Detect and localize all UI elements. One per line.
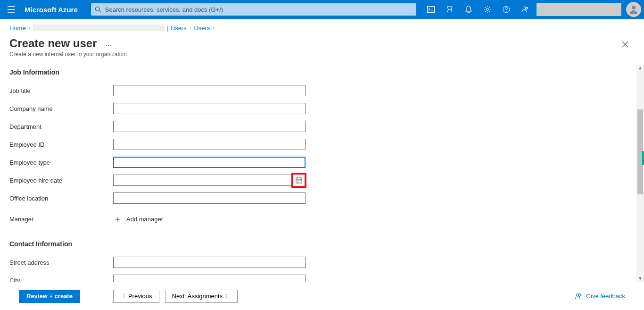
scroll-down-arrow[interactable]: ▼ [636,275,644,282]
account-info[interactable] [537,3,621,16]
form-body: Job Information Job title Company name D… [0,65,638,282]
svg-point-6 [632,6,636,9]
date-picker-button[interactable] [291,173,306,188]
next-label: Next: Assignments [172,293,223,300]
input-employee-id[interactable] [113,139,305,150]
next-button[interactable]: Next: Assignments 〉 [165,290,238,303]
label-city: City [9,277,113,282]
search-input[interactable] [105,6,416,13]
page-title: Create new user [9,37,97,50]
breadcrumb: Home › | Users › Users › [0,19,644,33]
svg-rect-2 [428,7,435,13]
svg-line-1 [99,10,101,12]
chevron-left-icon: 〈 [120,293,125,300]
give-feedback-link[interactable]: Give feedback [575,293,625,300]
feedback-label: Give feedback [586,293,625,300]
chevron-right-icon: › [190,25,191,31]
label-office-location: Office location [9,195,113,202]
label-employee-hire-date: Employee hire date [9,177,113,184]
label-department: Department [9,123,113,130]
breadcrumb-pipe: | [167,25,168,32]
breadcrumb-users-1[interactable]: Users [171,25,187,32]
more-actions-icon[interactable]: ⋯ [105,42,113,49]
title-row: Create new user ⋯ [0,33,644,51]
add-manager-label: Add manager [126,216,163,223]
footer-bar: Review + create 〈 Previous Next: Assignm… [9,282,635,310]
vertical-scrollbar[interactable]: ▲ ▼ [636,65,644,282]
feedback-tab[interactable] [642,151,644,165]
svg-point-0 [95,7,99,11]
input-office-location[interactable] [113,193,305,204]
previous-button[interactable]: 〈 Previous [113,290,159,303]
top-header: Microsoft Azure [0,0,644,19]
cloud-shell-icon[interactable] [421,0,440,19]
search-icon [91,6,105,13]
breadcrumb-redacted [33,25,165,31]
input-department[interactable] [113,121,305,132]
input-job-title[interactable] [113,85,305,96]
input-company-name[interactable] [113,103,305,114]
close-blade-button[interactable] [616,39,635,50]
user-avatar[interactable] [626,2,641,17]
label-job-title: Job title [9,87,113,94]
global-search[interactable] [91,3,416,16]
breadcrumb-users-2[interactable]: Users [194,25,210,32]
review-create-button[interactable]: Review + create [19,290,80,303]
section-job-info: Job Information [9,68,629,76]
chevron-right-icon: 〉 [225,293,231,300]
label-employee-type: Employee type [9,159,113,166]
chevron-right-icon: › [29,25,31,31]
copilot-icon[interactable] [440,0,459,19]
plus-icon: ＋ [113,213,122,225]
scroll-up-arrow[interactable]: ▲ [636,65,644,71]
page-subtitle: Create a new internal user in your organ… [0,51,644,62]
input-employee-hire-date[interactable] [113,175,305,186]
svg-point-3 [487,8,489,11]
feedback-header-icon[interactable] [516,0,535,19]
previous-label: Previous [128,293,152,300]
section-contact-info: Contact Information [9,240,629,248]
label-manager: Manager [9,216,113,223]
feedback-icon [575,293,582,300]
notifications-icon[interactable] [459,0,478,19]
input-street-address[interactable] [113,257,305,268]
label-company-name: Company name [9,105,113,112]
header-icons [421,0,535,19]
hamburger-menu[interactable] [0,0,23,19]
calendar-icon [296,177,302,184]
input-employee-type[interactable] [113,157,305,168]
label-employee-id: Employee ID [9,141,113,148]
settings-icon[interactable] [478,0,497,19]
input-city[interactable] [113,275,305,282]
help-icon[interactable] [497,0,516,19]
brand-logo[interactable]: Microsoft Azure [23,6,86,14]
label-street-address: Street address [9,259,113,266]
chevron-right-icon: › [213,25,215,31]
breadcrumb-home[interactable]: Home [9,25,26,32]
add-manager-button[interactable]: ＋ Add manager [113,213,163,225]
